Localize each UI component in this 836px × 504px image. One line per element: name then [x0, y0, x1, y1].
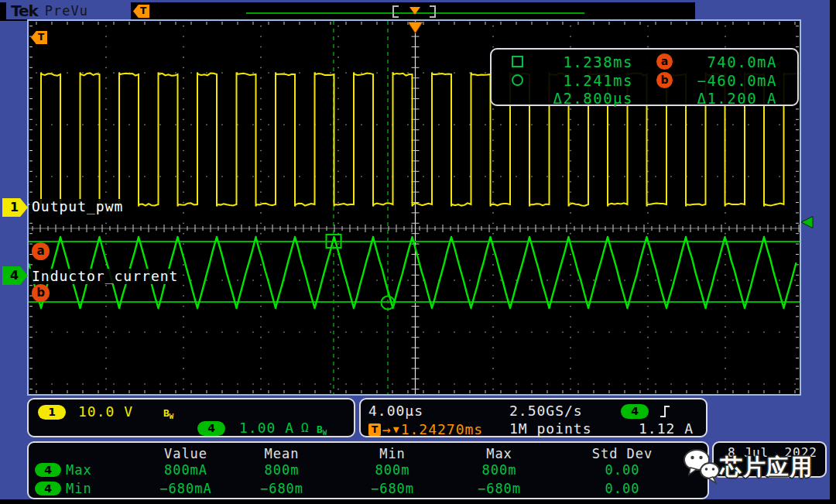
watermark-text: 芯片应用: [720, 452, 813, 483]
channel-scales-box: 1 10.0 V BW 4 1.00 A Ω BW: [27, 398, 355, 437]
zoom-window-left-bracket-icon: [392, 5, 399, 18]
cursor-a-time: 1.238ms: [563, 53, 633, 71]
col-header-stddev: Std Dev: [592, 446, 653, 461]
cursor-delta-value: Δ1.200 A: [697, 89, 777, 108]
trigger-arrow-icon: →: [382, 421, 392, 437]
brand-bar: Tek PreVu: [6, 2, 131, 19]
sample-rate: 2.50GS/s: [509, 403, 583, 419]
cursor-a-row: 1.238ms a 740.0mA: [492, 53, 797, 71]
acquisition-mode-label: PreVu: [45, 3, 88, 19]
col-header-value: Value: [164, 446, 207, 461]
cursor-b-badge-icon: b: [656, 72, 673, 88]
cursor-b-row: 1.241ms b −460.0mA: [492, 71, 797, 90]
channel4-bandwidth-icon: BW: [317, 422, 327, 441]
cursor-a-value: 740.0mA: [707, 53, 777, 71]
channel4-badge: 4: [197, 421, 225, 436]
trigger-delay-value: 1.24270ms: [401, 421, 484, 437]
cell-min: 800m: [375, 462, 410, 478]
cursor-delta-time: Δ2.800µs: [553, 89, 633, 108]
cell-min: −680m: [371, 481, 414, 496]
channel4-impedance-icon: Ω: [301, 420, 310, 436]
col-header-max: Max: [486, 446, 512, 461]
rising-edge-slope-icon: [658, 404, 672, 419]
channel1-bandwidth-icon: BW: [163, 406, 173, 424]
cell-mean: −680m: [260, 481, 303, 496]
col-header-min: Min: [379, 446, 406, 461]
cursor-a-badge: a: [32, 242, 50, 260]
channel1-waveform-label: Output_pwm: [29, 199, 125, 214]
square-cursor-icon: [512, 56, 523, 67]
timebase-scale: 4.00µs: [368, 403, 423, 419]
cell-max: 800m: [482, 462, 517, 478]
horizontal-trigger-box: 4.00µs 2.50GS/s 4 T → ▼ 1.24270ms 1M poi…: [359, 398, 708, 437]
cell-stddev: 0.00: [605, 462, 640, 478]
record-length: 1M points: [509, 421, 592, 437]
oscilloscope-screen: Tek PreVu T T 1 4 Output_pwm Inductor_cu…: [0, 0, 836, 504]
trigger-delay-readout: T → ▼ 1.24270ms: [368, 421, 483, 437]
measurement-source-badge: 4: [35, 482, 61, 495]
col-header-mean: Mean: [265, 446, 300, 461]
wechat-icon: [681, 447, 725, 487]
measurement-name: Max: [66, 462, 92, 478]
cell-max: −680m: [478, 481, 521, 496]
channel4-waveform-label: Inductor_current: [29, 269, 180, 284]
watermark: 芯片应用: [681, 447, 813, 487]
measurement-name: Min: [66, 481, 92, 496]
trigger-source-badge: 4: [621, 404, 649, 419]
cell-value: 800mA: [164, 462, 207, 478]
channel4-scale: 1.00 A: [239, 420, 294, 436]
trigger-marker-icon: ▼: [393, 423, 399, 435]
circle-cursor-icon: [512, 74, 523, 86]
cursor-delta-row: Δ2.800µs Δ1.200 A: [492, 89, 797, 108]
channel1-scale: 10.0 V: [78, 404, 133, 420]
measurement-table: Value Mean Min Max Std Dev 4 Max 800mA 8…: [27, 441, 709, 499]
zoom-window-right-bracket-icon: [430, 5, 436, 18]
cell-value: −680mA: [159, 481, 211, 496]
cell-stddev: 0.00: [605, 481, 640, 496]
cursor-a-badge-icon: a: [656, 53, 673, 70]
trigger-t-icon: T: [368, 423, 381, 436]
cursor-readout-box: 1.238ms a 740.0mA 1.241ms b −460.0mA Δ2.…: [490, 48, 799, 106]
cursor-b-badge: b: [32, 284, 50, 302]
trigger-level: 1.12 A: [639, 421, 694, 437]
cell-mean: 800m: [265, 462, 300, 478]
tek-logo: Tek: [11, 2, 38, 20]
measurement-source-badge: 4: [35, 463, 61, 477]
cursor-b-value: −460.0mA: [697, 71, 777, 90]
channel1-badge: 1: [38, 405, 66, 420]
record-trigger-position-icon: [409, 7, 420, 15]
cursor-b-time: 1.241ms: [563, 71, 633, 90]
